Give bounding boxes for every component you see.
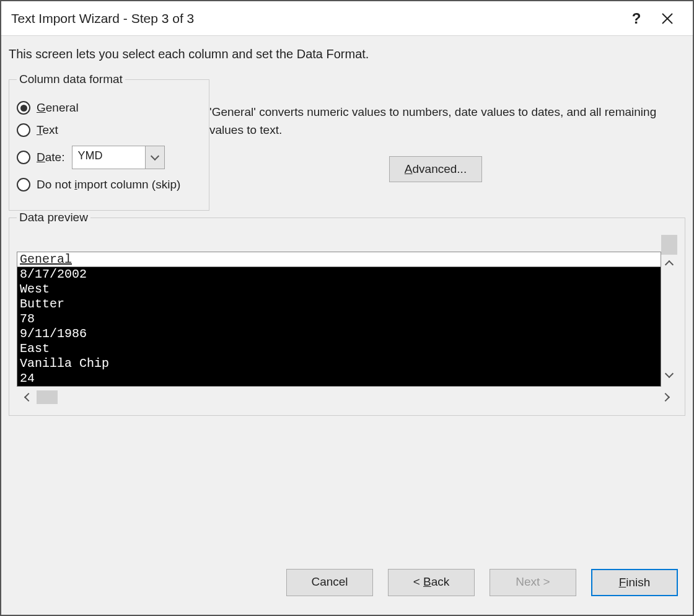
format-group-legend: Column data format bbox=[17, 73, 125, 86]
instruction-text: This screen lets you select each column … bbox=[9, 47, 685, 61]
radio-icon bbox=[17, 151, 30, 164]
radio-icon bbox=[17, 123, 30, 137]
help-button[interactable]: ? bbox=[621, 1, 652, 36]
column-data-format-group: Column data format General Text Date: YM… bbox=[9, 73, 209, 211]
titlebar: Text Import Wizard - Step 3 of 3 ? bbox=[1, 1, 693, 36]
scroll-left-icon bbox=[24, 393, 33, 402]
vertical-scrollbar[interactable] bbox=[661, 252, 677, 387]
preview-wrap: General 8/17/2002 West Butter 78 9/11/19… bbox=[17, 252, 677, 405]
close-button[interactable] bbox=[652, 1, 683, 36]
cancel-button[interactable]: Cancel bbox=[286, 569, 373, 596]
description-pane: 'General' converts numeric values to num… bbox=[209, 73, 685, 211]
options-row: Column data format General Text Date: YM… bbox=[9, 73, 685, 211]
radio-date[interactable]: Date: YMD bbox=[17, 146, 201, 169]
radio-date-label: Date: bbox=[37, 151, 64, 164]
scroll-up-icon bbox=[665, 260, 674, 269]
finish-button[interactable]: Finish bbox=[591, 569, 678, 596]
chevron-down-icon bbox=[146, 146, 164, 169]
radio-text-label: Text bbox=[37, 123, 58, 137]
next-button: Next > bbox=[490, 569, 576, 596]
back-button[interactable]: < Back bbox=[388, 569, 475, 596]
horizontal-scrollbar[interactable] bbox=[17, 389, 677, 405]
radio-skip[interactable]: Do not import column (skip) bbox=[17, 178, 201, 191]
preview-column[interactable]: General 8/17/2002 West Butter 78 9/11/19… bbox=[17, 252, 661, 387]
dialog-button-row: Cancel < Back Next > Finish bbox=[9, 554, 685, 607]
preview-legend: Data preview bbox=[17, 211, 90, 224]
scroll-thumb bbox=[661, 235, 677, 255]
date-format-select[interactable]: YMD bbox=[72, 146, 165, 169]
radio-general[interactable]: General bbox=[17, 101, 201, 115]
scroll-right-icon bbox=[661, 393, 670, 402]
radio-general-label: General bbox=[37, 101, 79, 115]
radio-icon-selected bbox=[17, 101, 30, 115]
dialog-window: Text Import Wizard - Step 3 of 3 ? This … bbox=[0, 0, 694, 616]
preview-column-header: General bbox=[17, 252, 661, 267]
format-description: 'General' converts numeric values to num… bbox=[209, 103, 685, 139]
radio-skip-label: Do not import column (skip) bbox=[37, 178, 180, 191]
data-preview-group: Data preview General 8/17/2002 West Butt… bbox=[9, 211, 685, 416]
radio-icon bbox=[17, 178, 30, 191]
dialog-content: This screen lets you select each column … bbox=[1, 36, 693, 615]
preview-data: 8/17/2002 West Butter 78 9/11/1986 East … bbox=[17, 267, 661, 386]
date-format-value: YMD bbox=[72, 146, 146, 169]
radio-text[interactable]: Text bbox=[17, 123, 201, 137]
scroll-thumb bbox=[37, 390, 58, 404]
scroll-down-icon bbox=[665, 369, 674, 378]
advanced-button[interactable]: Advanced... bbox=[389, 156, 482, 182]
close-icon bbox=[662, 13, 673, 24]
dialog-title: Text Import Wizard - Step 3 of 3 bbox=[11, 11, 621, 26]
preview-body: General 8/17/2002 West Butter 78 9/11/19… bbox=[17, 252, 677, 387]
